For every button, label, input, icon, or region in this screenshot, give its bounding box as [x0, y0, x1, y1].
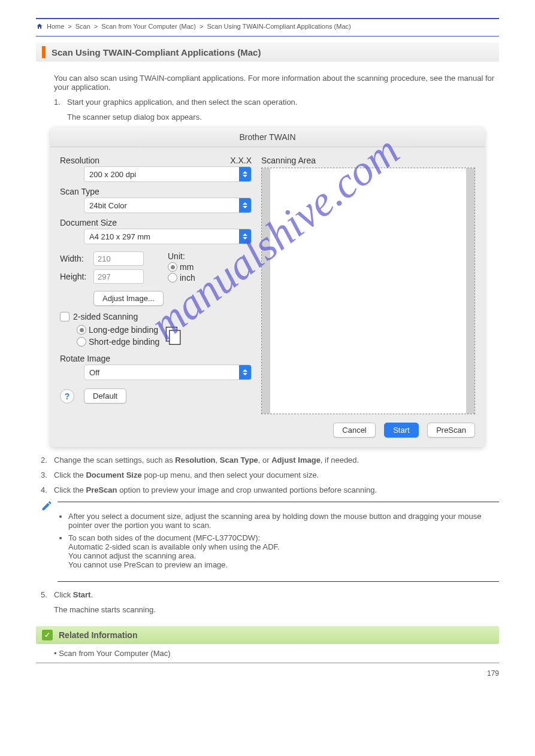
scanarea-label: Scanning Area — [261, 156, 475, 165]
chevron-updown-icon — [239, 198, 251, 212]
radio-icon — [77, 337, 86, 347]
help-button[interactable]: ? — [60, 389, 74, 403]
top-rule — [36, 18, 499, 19]
scantype-label: Scan Type — [60, 187, 252, 196]
resolution-label: Resolution — [60, 156, 99, 165]
checkbox-icon — [60, 312, 69, 321]
height-input[interactable] — [93, 269, 144, 284]
step-1b: The scanner setup dialog box appears. — [67, 113, 499, 122]
section-header: Scan Using TWAIN-Compliant Applications … — [36, 42, 499, 62]
unit-inch-radio[interactable]: inch — [168, 273, 195, 283]
breadcrumb-scan[interactable]: Scan — [75, 23, 90, 30]
docsize-label: Document Size — [60, 218, 252, 227]
binding-icon — [163, 325, 185, 347]
chevron-updown-icon — [239, 167, 251, 181]
chevron-updown-icon — [239, 365, 251, 379]
twosided-checkbox[interactable]: 2-sided Scanning — [60, 312, 252, 321]
breadcrumb-twain: Scan Using TWAIN-Compliant Applications … — [207, 23, 350, 30]
breadcrumb: Home > Scan > Scan from Your Computer (M… — [36, 23, 499, 30]
pencil-icon — [41, 500, 53, 512]
scan-area-preview[interactable] — [261, 168, 475, 414]
width-label: Width: — [60, 254, 93, 263]
related-title: Related Information — [59, 630, 137, 640]
breadcrumb-home[interactable]: Home — [47, 23, 64, 30]
intro-text: You can also scan using TWAIN-compliant … — [54, 74, 499, 92]
page-number: 179 — [36, 669, 499, 678]
related-link[interactable]: Scan from Your Computer (Mac) — [59, 649, 170, 658]
unit-label: Unit: — [168, 251, 195, 261]
scantype-select[interactable]: 24bit Color — [84, 198, 252, 213]
section-marker — [42, 46, 46, 58]
step-2: Change the scan settings, such as — [54, 456, 175, 464]
svg-rect-1 — [170, 330, 180, 344]
start-button[interactable]: Start — [384, 423, 418, 438]
section-title: Scan Using TWAIN-Compliant Applications … — [52, 47, 261, 57]
rotate-label: Rotate Image — [60, 354, 252, 363]
dialog-title: Brother TWAIN — [50, 127, 485, 147]
unit-mm-radio[interactable]: mm — [168, 262, 195, 272]
note-2: To scan both sides of the document (MFC-… — [68, 533, 499, 569]
prescan-button[interactable]: PreScan — [427, 423, 475, 438]
step-1: Start your graphics application, and the… — [67, 98, 297, 107]
radio-icon — [168, 262, 177, 272]
adjust-image-button[interactable]: Adjust Image... — [93, 291, 164, 306]
home-icon — [36, 23, 43, 30]
blue-rule — [36, 36, 499, 37]
check-icon: ✓ — [42, 630, 53, 640]
note-1: After you select a document size, adjust… — [68, 512, 499, 530]
version-text: X.X.X — [230, 156, 252, 165]
radio-icon — [168, 273, 177, 283]
longedge-radio[interactable]: Long-edge binding — [77, 325, 159, 335]
breadcrumb-scan-mac[interactable]: Scan from Your Computer (Mac) — [101, 23, 196, 30]
height-label: Height: — [60, 272, 93, 281]
chevron-updown-icon — [239, 229, 251, 244]
step-5-after: The machine starts scanning. — [54, 605, 499, 614]
twain-dialog: Brother TWAIN Resolution X.X.X 200 x 200… — [50, 127, 485, 447]
green-rule — [36, 663, 499, 663]
rotate-select[interactable]: Off — [84, 365, 252, 380]
cancel-button[interactable]: Cancel — [333, 423, 375, 438]
docsize-select[interactable]: A4 210 x 297 mm — [84, 229, 252, 244]
resolution-select[interactable]: 200 x 200 dpi — [84, 166, 252, 182]
default-button[interactable]: Default — [84, 388, 126, 403]
shortedge-radio[interactable]: Short-edge binding — [77, 337, 159, 347]
related-bar: ✓ Related Information — [36, 626, 499, 644]
width-input[interactable] — [93, 251, 144, 266]
note-block: After you select a document size, adjust… — [58, 502, 499, 582]
radio-icon — [77, 325, 86, 335]
